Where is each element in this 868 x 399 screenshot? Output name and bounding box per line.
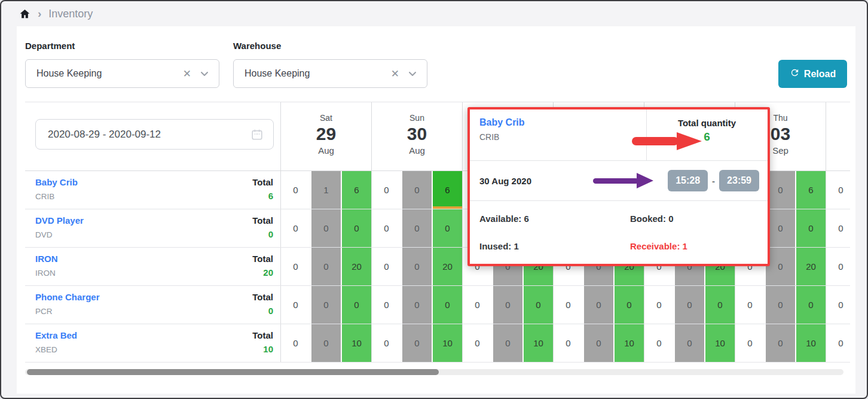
inventory-cell[interactable]: 0 [766, 209, 795, 247]
item-name-link[interactable]: Extra Bed [35, 330, 77, 340]
inventory-cell[interactable]: 0 [493, 286, 522, 324]
inventory-cell[interactable]: 0 [372, 209, 401, 247]
inventory-cell[interactable]: 0 [342, 286, 371, 324]
item-info-cell: DVD Player DVD Total 0 [25, 209, 281, 247]
inventory-cell[interactable]: 0 [826, 248, 850, 285]
inventory-cell[interactable]: 10 [433, 324, 462, 362]
inventory-cell[interactable]: 0 [463, 324, 492, 362]
department-value: House Keeping [36, 68, 179, 79]
popup-item-name-link[interactable]: Baby Crib [479, 117, 525, 127]
inventory-cell[interactable]: 0 [281, 171, 310, 209]
reload-button[interactable]: Reload [778, 60, 847, 88]
inventory-cell[interactable]: 0 [463, 286, 492, 324]
inventory-cell[interactable]: 0 [524, 286, 553, 324]
inventory-cell[interactable]: 0 [311, 324, 341, 362]
inventory-cell[interactable]: 0 [311, 248, 341, 285]
day-cell: 0020 [372, 248, 463, 285]
day-cell: 0 [826, 248, 850, 285]
inventory-cell[interactable]: 0 [372, 286, 401, 324]
inventory-cell[interactable]: 0 [493, 324, 522, 362]
inventory-cell[interactable]: 0 [735, 324, 765, 362]
inventory-cell[interactable]: 6 [796, 171, 826, 209]
day-cell: 000 [281, 286, 372, 324]
inventory-cell[interactable]: 10 [342, 324, 371, 362]
inventory-cell[interactable]: 0 [766, 171, 795, 209]
inventory-cell[interactable]: 0 [372, 171, 401, 209]
day-weekday: Sun [372, 113, 462, 123]
inventory-cell[interactable]: 0 [584, 324, 613, 362]
inventory-cell[interactable]: 0 [402, 209, 432, 247]
item-name-link[interactable]: Phone Charger [35, 292, 100, 302]
day-number: 30 [372, 123, 462, 145]
inventory-cell[interactable]: 0 [644, 286, 674, 324]
department-select[interactable]: House Keeping ✕ [25, 59, 219, 88]
chevron-down-icon[interactable] [200, 69, 209, 78]
inventory-cell[interactable]: 0 [433, 209, 462, 247]
inventory-cell[interactable]: 0 [796, 286, 826, 324]
scrollbar-thumb[interactable] [27, 369, 439, 375]
day-cell: 016 [281, 171, 372, 209]
inventory-cell[interactable]: 0 [281, 209, 310, 247]
calendar-icon[interactable] [250, 128, 264, 141]
inventory-cell[interactable]: 0 [433, 286, 462, 324]
inventory-cell[interactable]: 20 [796, 248, 826, 285]
inventory-cell[interactable]: 0 [402, 171, 432, 209]
day-column-header: Sat 29 Aug [281, 102, 372, 170]
inventory-cell[interactable]: 0 [644, 324, 674, 362]
inventory-cell[interactable]: 0 [675, 286, 704, 324]
item-name-link[interactable]: IRON [35, 254, 58, 264]
inventory-cell[interactable]: 0 [766, 324, 795, 362]
inventory-cell[interactable]: 0 [402, 324, 432, 362]
clear-icon[interactable]: ✕ [387, 68, 408, 80]
inventory-cell[interactable]: 0 [372, 248, 401, 285]
horizontal-scrollbar[interactable] [25, 369, 843, 375]
inventory-cell[interactable]: 0 [826, 209, 850, 247]
inventory-cell[interactable]: 0 [554, 286, 583, 324]
chevron-down-icon[interactable] [408, 69, 417, 78]
inventory-cell[interactable]: 10 [524, 324, 553, 362]
warehouse-value: House Keeping [244, 68, 387, 79]
inventory-cell[interactable]: 1 [311, 171, 341, 209]
row-cells: 0000000000000000000 [281, 286, 850, 324]
day-cell: 000 [463, 286, 554, 324]
inventory-cell[interactable]: 0 [615, 286, 644, 324]
inventory-cell[interactable]: 10 [705, 324, 735, 362]
inventory-cell[interactable]: 20 [342, 248, 371, 285]
inventory-cell[interactable]: 0 [735, 286, 765, 324]
inventory-cell[interactable]: 20 [433, 248, 462, 285]
inventory-cell[interactable]: 0 [281, 286, 310, 324]
inventory-cell[interactable]: 0 [584, 286, 613, 324]
inventory-cell[interactable]: 0 [796, 209, 826, 247]
inventory-cell[interactable]: 0 [766, 286, 795, 324]
inventory-cell[interactable]: 6 [433, 171, 462, 209]
inventory-cell[interactable]: 0 [311, 286, 341, 324]
inventory-cell[interactable]: 0 [342, 209, 371, 247]
total-label: Total [252, 215, 273, 226]
date-range-input[interactable]: 2020-08-29 - 2020-09-12 [35, 119, 274, 150]
inventory-cell[interactable]: 0 [826, 286, 850, 324]
inventory-cell[interactable]: 0 [281, 248, 310, 285]
warehouse-select[interactable]: House Keeping ✕ [233, 59, 427, 88]
popup-stats: Available: 6 Booked: 0 Inused: 1 Receiva… [470, 201, 768, 251]
inventory-cell[interactable]: 0 [675, 324, 704, 362]
inventory-cell[interactable]: 0 [402, 286, 432, 324]
inventory-cell[interactable]: 0 [372, 324, 401, 362]
inventory-cell[interactable]: 10 [615, 324, 644, 362]
inventory-cell[interactable]: 0 [402, 248, 432, 285]
inventory-cell[interactable]: 0 [705, 286, 735, 324]
item-name-link[interactable]: DVD Player [35, 215, 84, 226]
clear-icon[interactable]: ✕ [179, 68, 200, 80]
inventory-cell[interactable]: 0 [554, 324, 583, 362]
inventory-cell[interactable]: 6 [342, 171, 371, 209]
inventory-cell[interactable]: 0 [826, 171, 850, 209]
reload-button-label: Reload [804, 69, 836, 80]
inventory-cell[interactable]: 0 [281, 324, 310, 362]
day-cell: 0010 [644, 324, 735, 362]
inventory-cell[interactable]: 0 [311, 209, 341, 247]
item-name-link[interactable]: Baby Crib [35, 177, 78, 187]
inventory-cell[interactable]: 0 [826, 324, 850, 362]
inventory-cell[interactable]: 0 [766, 248, 795, 285]
total-label: Total [252, 292, 273, 302]
inventory-cell[interactable]: 10 [796, 324, 826, 362]
home-icon[interactable] [19, 8, 30, 20]
